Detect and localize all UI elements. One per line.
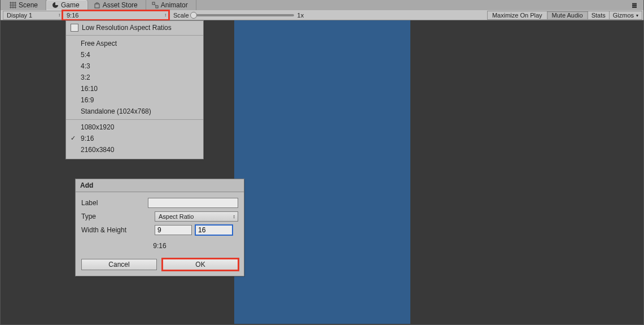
item-label: 16:9	[81, 96, 94, 104]
mute-label: Mute Audio	[552, 12, 583, 19]
display-dropdown[interactable]: Display 1	[3, 11, 63, 20]
aspect-item[interactable]: 16:9	[66, 94, 203, 106]
ok-label: OK	[195, 261, 205, 268]
width-input[interactable]	[155, 225, 192, 235]
dialog-title: Add	[76, 179, 244, 192]
aspect-label: 9:16	[67, 12, 78, 19]
svg-rect-6	[95, 4, 99, 8]
tab-animator[interactable]: Animator	[146, 0, 196, 10]
grid-icon	[10, 2, 16, 8]
wh-label: Width & Height	[81, 226, 155, 234]
scale-value: 1x	[297, 12, 304, 19]
mute-audio-button[interactable]: Mute Audio	[547, 11, 588, 20]
cancel-label: Cancel	[108, 261, 129, 268]
stats-label: Stats	[592, 12, 606, 19]
checkbox-icon[interactable]	[71, 24, 78, 32]
item-label: 1080x1920	[81, 123, 114, 131]
aspect-item[interactable]: ✓9:16	[66, 133, 203, 144]
game-window: Scene Game Asset Store Animator ▬▬▬ Disp…	[0, 0, 644, 325]
display-label: Display 1	[7, 12, 32, 19]
maximize-label: Maximize On Play	[492, 12, 542, 19]
tab-label: Scene	[19, 1, 38, 9]
item-label: 2160x3840	[81, 146, 114, 154]
tab-label: Asset Store	[103, 1, 138, 9]
label-input[interactable]	[148, 198, 238, 208]
aspect-dropdown[interactable]: 9:16	[63, 11, 169, 20]
tab-scene[interactable]: Scene	[4, 0, 46, 10]
scale-label: Scale	[173, 12, 189, 19]
type-value: Aspect Ratio	[159, 213, 194, 220]
height-input[interactable]	[195, 225, 233, 235]
svg-rect-8	[156, 6, 158, 8]
tab-asset-store[interactable]: Asset Store	[88, 0, 146, 10]
aspect-item[interactable]: 1080x1920	[66, 119, 203, 133]
maximize-on-play-button[interactable]: Maximize On Play	[487, 11, 547, 20]
animator-icon	[152, 2, 159, 8]
aspect-item[interactable]: Standalone (1024x768)	[66, 106, 203, 117]
low-res-toggle[interactable]: Low Resolution Aspect Ratios	[66, 21, 203, 36]
gizmos-button[interactable]: Gizmos	[610, 11, 642, 20]
item-label: Free Aspect	[81, 40, 117, 47]
svg-rect-7	[152, 2, 155, 5]
game-render-area	[234, 20, 410, 324]
item-label: 4:3	[81, 62, 90, 70]
tab-label: Animator	[161, 1, 188, 9]
item-label: 3:2	[81, 73, 90, 81]
context-menu-icon[interactable]: ▬▬▬	[632, 2, 641, 7]
gizmos-label: Gizmos	[613, 12, 634, 19]
aspect-preview: 9:16	[81, 239, 238, 254]
aspect-item[interactable]: 16:10	[66, 83, 203, 94]
scale-slider[interactable]	[192, 14, 294, 16]
aspect-item[interactable]: 3:2	[66, 72, 203, 83]
aspect-menu: Low Resolution Aspect Ratios Free Aspect…	[65, 20, 204, 159]
game-toolbar: Display 1 9:16 Scale 1x Maximize On Play…	[1, 10, 643, 20]
item-label: 16:10	[81, 85, 98, 93]
aspect-item[interactable]: 5:4	[66, 49, 203, 60]
label-label: Label	[81, 199, 148, 207]
ok-button[interactable]: OK	[163, 259, 238, 270]
aspect-item[interactable]: Free Aspect	[66, 38, 203, 49]
type-label: Type	[81, 213, 155, 220]
aspect-item[interactable]: 4:3	[66, 60, 203, 72]
pacman-icon	[52, 2, 59, 8]
check-icon: ✓	[71, 135, 76, 142]
scale-group: Scale 1x	[173, 12, 304, 19]
item-label: Standalone (1024x768)	[81, 107, 151, 115]
slider-thumb[interactable]	[190, 12, 197, 19]
item-label: 5:4	[81, 51, 90, 59]
add-aspect-dialog: Add Label Type Aspect Ratio Width & Heig…	[75, 179, 244, 276]
aspect-item[interactable]: 2160x3840	[66, 144, 203, 155]
bag-icon	[94, 2, 100, 8]
svg-line-9	[155, 5, 156, 6]
aspect-list: Free Aspect 5:4 4:3 3:2 16:10 16:9 Stand…	[66, 36, 203, 159]
cancel-button[interactable]: Cancel	[81, 259, 157, 270]
item-label: 9:16	[81, 135, 94, 142]
type-select[interactable]: Aspect Ratio	[155, 211, 238, 222]
low-res-label: Low Resolution Aspect Ratios	[82, 24, 172, 32]
tab-label: Game	[61, 1, 80, 9]
tab-bar: Scene Game Asset Store Animator ▬▬▬	[1, 0, 643, 10]
stats-button[interactable]: Stats	[588, 11, 610, 20]
tab-game[interactable]: Game	[46, 0, 88, 10]
